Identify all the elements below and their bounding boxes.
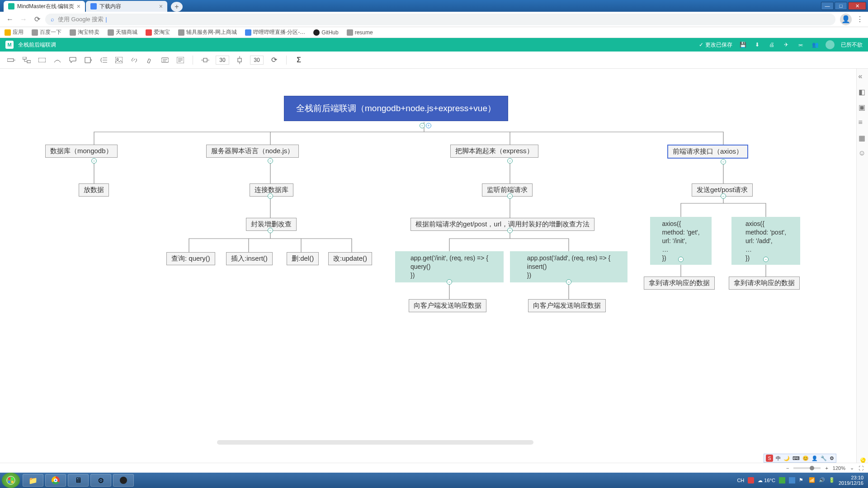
tray-shield-icon[interactable] (748, 477, 754, 483)
app-logo-icon[interactable]: M (5, 41, 14, 49)
comment-icon[interactable] (175, 55, 185, 65)
taskbar-chrome[interactable] (45, 474, 66, 487)
save-icon[interactable]: 💾 (739, 41, 747, 49)
ime-moon-icon[interactable]: 🌙 (783, 455, 790, 461)
refresh-icon[interactable]: ⟳ (269, 55, 279, 65)
node-srv-l1[interactable]: 查询: query() (166, 252, 215, 265)
collapse-icon[interactable]: − (268, 228, 273, 233)
close-tab-icon[interactable]: × (77, 3, 80, 10)
tray-clock[interactable]: 23:10 2019/12/16 (839, 475, 863, 486)
formula-icon[interactable]: Σ (294, 55, 304, 65)
tray-icon[interactable] (779, 477, 785, 483)
mindmap-canvas[interactable]: 全栈前后端联调（mongodb+node.js+express+vue） − +… (0, 69, 856, 470)
tray-network-icon[interactable]: 📶 (809, 477, 815, 483)
collapse-icon[interactable]: − (763, 257, 769, 262)
node-root[interactable]: 全栈前后端联调（mongodb+node.js+express+vue） (284, 96, 508, 121)
style-icon[interactable]: ▣ (859, 103, 867, 111)
outline-icon[interactable]: ≡ (859, 118, 867, 127)
node-exp-l1[interactable]: app.get('/init', (req, res) => { query()… (395, 251, 504, 282)
bookmark-item[interactable]: 百度一下 (32, 28, 61, 36)
forward-icon[interactable]: → (18, 14, 29, 25)
floating-topic-icon[interactable] (37, 55, 47, 65)
node-srv[interactable]: 服务器脚本语言（node.js） (206, 145, 299, 158)
print-icon[interactable]: 🖨 (768, 41, 776, 49)
collapse-icon[interactable]: − (507, 228, 513, 233)
vgap-input[interactable]: 30 (250, 56, 264, 65)
collapse-icon[interactable]: − (678, 257, 684, 262)
collapse-icon[interactable]: − (507, 158, 513, 164)
collapse-icon[interactable]: − (420, 123, 425, 128)
collapse-icon[interactable]: − (91, 158, 97, 164)
zoom-in-icon[interactable]: + (825, 465, 828, 471)
callout-icon[interactable] (68, 55, 78, 65)
tray-weather[interactable]: ☁ 16°C (758, 478, 775, 483)
fullscreen-icon[interactable]: ⛶ (859, 465, 863, 471)
h-scrollbar[interactable] (217, 440, 533, 445)
tray-kb[interactable]: CH (737, 478, 744, 483)
search-input[interactable]: ⌕ 使用 Google 搜索 | (45, 14, 835, 25)
collapse-icon[interactable]: − (721, 159, 726, 164)
tab-mindmaster[interactable]: MindMaster在线·编辑页 × (4, 1, 85, 12)
collab-icon[interactable]: 👥 (811, 41, 819, 49)
start-button[interactable] (2, 473, 20, 488)
layout-icon[interactable]: ▦ (859, 134, 867, 142)
export-icon[interactable]: ⬇ (753, 41, 761, 49)
add-icon[interactable]: + (426, 123, 431, 128)
close-tab-icon[interactable]: × (159, 3, 163, 10)
node-srv-l3[interactable]: 删:del() (287, 252, 319, 265)
zoom-slider[interactable] (793, 467, 821, 469)
node-exp-c2[interactable]: 根据前端请求的get/post，url，调用封装好的增删改查方法 (410, 218, 594, 231)
link-icon[interactable] (129, 55, 139, 65)
ime-lang[interactable]: 中 (776, 455, 781, 462)
ime-person-icon[interactable]: 👤 (811, 455, 818, 461)
avatar[interactable] (826, 40, 835, 49)
node-srv-l2[interactable]: 插入:insert() (226, 252, 273, 265)
taskbar-explorer[interactable]: 📁 (23, 474, 43, 487)
topic-icon[interactable] (6, 55, 16, 65)
tray-flag-icon[interactable]: ⚑ (799, 477, 805, 483)
new-tab-button[interactable]: + (171, 2, 183, 12)
zoom-out-icon[interactable]: − (786, 465, 789, 471)
collapse-icon[interactable]: − (268, 193, 273, 199)
reload-icon[interactable]: ⟳ (32, 14, 42, 25)
summary-icon[interactable] (99, 55, 108, 65)
ime-settings-icon[interactable]: ⚙ (830, 455, 834, 461)
image-icon[interactable] (114, 55, 124, 65)
collapse-icon[interactable]: − (566, 279, 571, 285)
profile-icon[interactable]: 👤 (840, 14, 852, 25)
bookmark-item[interactable]: GitHub (313, 29, 338, 36)
bookmark-item[interactable]: 辅具服务网-网上商城 (178, 28, 237, 36)
node-ax[interactable]: 前端请求接口（axios） (667, 145, 748, 159)
ime-tools-icon[interactable]: 🔧 (821, 455, 827, 461)
collapse-icon[interactable]: − (507, 193, 513, 199)
node-ax-r2[interactable]: 拿到请求响应的数据 (729, 277, 800, 290)
collapse-icon[interactable]: − (721, 193, 726, 199)
node-exp-r2[interactable]: 向客户端发送响应数据 (528, 299, 606, 312)
chevron-down-icon[interactable]: ⌄ (850, 465, 854, 471)
subtopic-icon[interactable] (22, 55, 32, 65)
taskbar-obs[interactable] (113, 474, 134, 487)
window-maximize[interactable]: □ (835, 2, 847, 10)
send-icon[interactable]: ✈ (782, 41, 790, 49)
back-icon[interactable]: ← (5, 14, 15, 25)
bookmark-item[interactable]: 淘宝特卖 (70, 28, 99, 36)
relationship-icon[interactable] (52, 55, 62, 65)
icons-icon[interactable]: ☺ (859, 149, 867, 157)
apps-button[interactable]: 应用 (5, 28, 24, 36)
tray-battery-icon[interactable]: 🔋 (829, 477, 835, 483)
hgap-input[interactable]: 30 (216, 56, 229, 65)
boundary-icon[interactable] (83, 55, 93, 65)
bookmark-item[interactable]: 天猫商城 (108, 28, 137, 36)
ime-keyboard-icon[interactable]: ⌨ (793, 455, 800, 461)
node-ax-r1[interactable]: 拿到请求响应的数据 (644, 277, 715, 290)
menu-icon[interactable]: ⋮ (856, 15, 863, 23)
node-srv-l4[interactable]: 改:update() (328, 252, 372, 265)
taskbar-app[interactable]: 🖥 (68, 474, 89, 487)
window-minimize[interactable]: — (821, 2, 834, 10)
tray-volume-icon[interactable]: 🔊 (819, 477, 825, 483)
collapse-icon[interactable]: − (268, 158, 273, 164)
node-exp-l2[interactable]: app.post('/add', (req, res) => { insert(… (510, 251, 627, 282)
node-db-c1[interactable]: 放数据 (79, 183, 109, 197)
collapse-icon[interactable]: − (447, 279, 452, 285)
note-icon[interactable] (160, 55, 170, 65)
